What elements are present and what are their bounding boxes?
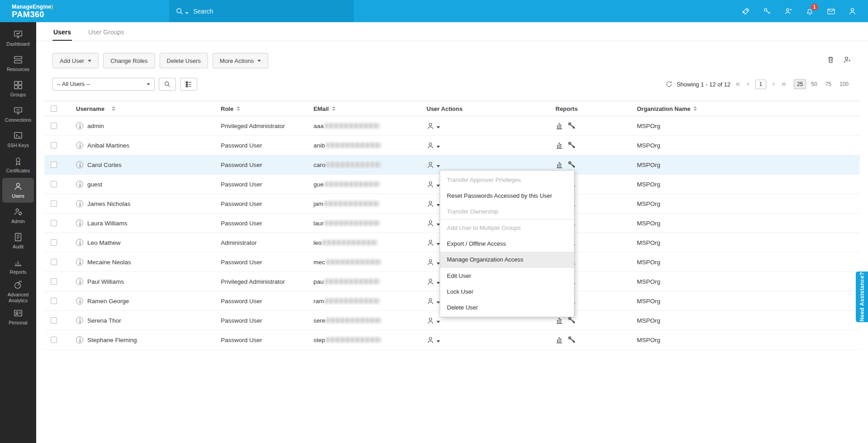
- page-size-option[interactable]: 50: [808, 79, 820, 89]
- sidebar-item-certificates[interactable]: Certificates: [2, 152, 34, 177]
- context-menu-item[interactable]: Add User to Multiple Groups: [440, 220, 574, 236]
- row-checkbox[interactable]: [51, 317, 57, 324]
- password-access-report-icon[interactable]: [567, 121, 576, 130]
- user-report-chart-icon[interactable]: [555, 336, 563, 344]
- header-username[interactable]: Username: [76, 105, 221, 112]
- user-info-icon[interactable]: [76, 336, 83, 343]
- row-checkbox[interactable]: [51, 181, 57, 187]
- context-menu-item[interactable]: Lock User: [440, 284, 574, 300]
- last-page-icon[interactable]: [780, 81, 787, 87]
- select-all-checkbox[interactable]: [51, 105, 57, 112]
- sidebar-item-users[interactable]: Users: [2, 178, 34, 203]
- user-actions-menu-button[interactable]: [427, 122, 440, 130]
- row-checkbox[interactable]: [51, 239, 57, 246]
- trash-icon[interactable]: [826, 55, 835, 64]
- user-report-chart-icon[interactable]: [555, 161, 563, 169]
- notifications-bell-icon[interactable]: 1: [805, 6, 815, 16]
- user-actions-menu-button[interactable]: [427, 161, 440, 169]
- sort-icon[interactable]: [237, 106, 240, 111]
- row-checkbox[interactable]: [51, 337, 57, 343]
- column-chooser-button[interactable]: [180, 78, 197, 91]
- user-info-icon[interactable]: [76, 181, 83, 188]
- notification-count-badge[interactable]: 1: [811, 4, 818, 10]
- table-search-button[interactable]: [159, 78, 176, 91]
- user-actions-menu-button[interactable]: [427, 336, 440, 344]
- password-access-report-icon[interactable]: [567, 335, 576, 344]
- user-actions-menu-button[interactable]: [427, 297, 440, 305]
- row-checkbox[interactable]: [51, 278, 57, 285]
- sidebar-item-connections[interactable]: Connections: [2, 102, 34, 127]
- user-actions-menu-button[interactable]: [427, 258, 440, 267]
- whats-new-rocket-icon[interactable]: [741, 6, 751, 16]
- user-info-icon[interactable]: [76, 278, 83, 285]
- header-organization-name[interactable]: Organization Name: [637, 105, 860, 112]
- search-icon[interactable]: [175, 7, 184, 15]
- user-info-icon[interactable]: [76, 142, 83, 149]
- table-row[interactable]: admin Privileged Administrator aaa: [44, 116, 860, 136]
- row-checkbox[interactable]: [51, 142, 57, 148]
- search-scope-caret-icon[interactable]: [185, 12, 189, 14]
- sidebar-item-personal[interactable]: Personal: [2, 305, 34, 329]
- help-icon[interactable]: [842, 55, 852, 64]
- username-cell[interactable]: Serena Thor: [87, 317, 121, 324]
- user-info-icon[interactable]: [76, 317, 83, 324]
- header-role[interactable]: Role: [221, 105, 313, 112]
- user-actions-menu-button[interactable]: [427, 180, 440, 189]
- more-actions-button[interactable]: More Actions: [213, 53, 268, 68]
- user-report-chart-icon[interactable]: [555, 122, 563, 130]
- sort-icon[interactable]: [112, 106, 115, 111]
- key-tools-icon[interactable]: [762, 6, 772, 16]
- tab-users[interactable]: Users: [52, 24, 72, 41]
- page-size-option[interactable]: 100: [836, 79, 852, 89]
- username-cell[interactable]: Leo Mathew: [87, 239, 121, 246]
- table-row[interactable]: Stephane Fleming Password User step: [44, 330, 860, 350]
- previous-page-icon[interactable]: [745, 81, 751, 87]
- user-actions-menu-button[interactable]: [427, 219, 440, 228]
- sort-icon[interactable]: [332, 106, 336, 111]
- table-row[interactable]: Anibal Martines Password User anib: [44, 136, 860, 155]
- sidebar-item-resources[interactable]: Resources: [2, 51, 34, 76]
- context-menu-item[interactable]: Transfer Approver Privileges: [440, 172, 574, 188]
- user-info-icon[interactable]: [76, 239, 83, 246]
- username-cell[interactable]: James Nicholas: [87, 200, 130, 207]
- refresh-icon[interactable]: [665, 81, 673, 88]
- sort-icon[interactable]: [693, 106, 697, 111]
- username-cell[interactable]: Laura Williams: [87, 220, 128, 227]
- user-management-icon[interactable]: [783, 6, 793, 16]
- user-info-icon[interactable]: [76, 297, 83, 305]
- user-report-chart-icon[interactable]: [555, 317, 563, 324]
- page-size-option[interactable]: 25: [794, 79, 806, 89]
- add-user-button[interactable]: Add User: [52, 53, 99, 68]
- tab-user-groups[interactable]: User Groups: [87, 24, 125, 41]
- context-menu-item[interactable]: Manage Organization Access: [440, 252, 574, 268]
- row-checkbox[interactable]: [51, 298, 57, 304]
- sidebar-item-dashboard[interactable]: Dashboard: [2, 26, 34, 51]
- row-checkbox[interactable]: [51, 259, 57, 265]
- user-info-icon[interactable]: [76, 122, 83, 129]
- sidebar-item-admin[interactable]: Admin: [2, 203, 34, 228]
- mail-icon[interactable]: [826, 6, 836, 16]
- sidebar-item-ssh-keys[interactable]: SSH Keys: [2, 127, 34, 152]
- username-cell[interactable]: Stephane Fleming: [87, 337, 137, 343]
- user-actions-menu-button[interactable]: [427, 200, 440, 208]
- search-input[interactable]: [193, 8, 329, 15]
- user-actions-menu-button[interactable]: [427, 141, 440, 150]
- user-filter-select[interactable]: -- All Users --: [52, 78, 155, 91]
- header-email[interactable]: EMail: [313, 105, 427, 112]
- need-assistance-tab[interactable]: Need Assistance?: [856, 272, 868, 322]
- password-access-report-icon[interactable]: [567, 160, 576, 169]
- username-cell[interactable]: Paul Williams: [87, 278, 124, 285]
- next-page-icon[interactable]: [770, 81, 776, 87]
- user-info-icon[interactable]: [76, 258, 83, 266]
- context-menu-item[interactable]: Transfer Ownership: [440, 204, 574, 220]
- username-cell[interactable]: Carol Cortes: [87, 162, 122, 168]
- user-report-chart-icon[interactable]: [555, 142, 563, 149]
- row-checkbox[interactable]: [51, 162, 57, 168]
- username-cell[interactable]: Ramen George: [87, 298, 129, 305]
- username-cell[interactable]: guest: [87, 181, 102, 188]
- page-size-option[interactable]: 75: [822, 79, 835, 89]
- row-checkbox[interactable]: [51, 220, 57, 226]
- sidebar-item-reports[interactable]: Reports: [2, 254, 34, 279]
- profile-avatar-icon[interactable]: [847, 6, 857, 16]
- user-actions-menu-button[interactable]: [427, 316, 440, 325]
